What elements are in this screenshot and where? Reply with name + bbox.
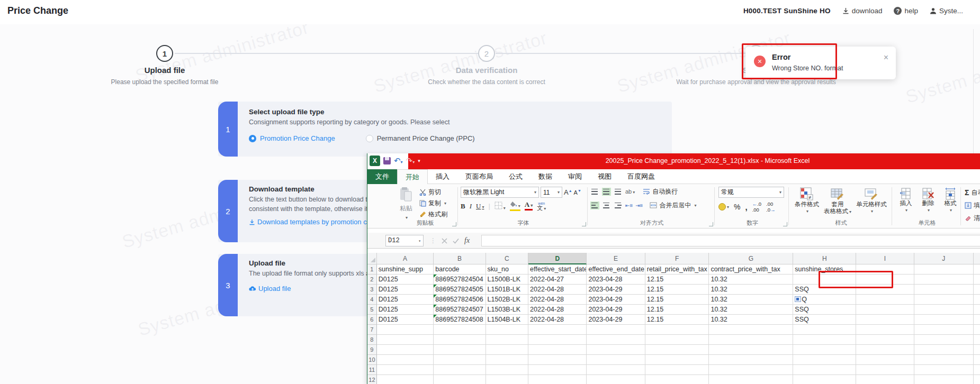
decrease-indent-button[interactable]: ⇤≡ <box>625 203 633 208</box>
cell-A6[interactable]: D0125 <box>377 315 434 325</box>
cell-A9[interactable] <box>377 345 434 355</box>
cell-J7[interactable] <box>914 325 974 335</box>
cell-G11[interactable] <box>709 365 793 375</box>
formula-input[interactable] <box>481 235 980 246</box>
cell-E1[interactable]: effective_end_date <box>587 264 645 275</box>
cell-K2[interactable] <box>974 275 980 285</box>
cell-H4[interactable]: Q <box>793 295 856 305</box>
align-right-button[interactable] <box>614 202 623 209</box>
cell-B12[interactable] <box>434 375 485 384</box>
cell-I5[interactable] <box>856 305 914 315</box>
cell-D10[interactable] <box>528 355 587 365</box>
cell-K1[interactable] <box>974 264 980 275</box>
row-header-6[interactable]: 6 <box>367 315 377 325</box>
row-header-5[interactable]: 5 <box>367 305 377 315</box>
merge-center-button[interactable]: 合并后居中▾ <box>650 200 696 211</box>
accounting-format-button[interactable]: ▾ <box>718 203 729 211</box>
cell-C12[interactable] <box>486 375 529 384</box>
cell-C8[interactable] <box>486 335 529 345</box>
cell-D3[interactable]: 2022-04-28 <box>528 285 587 295</box>
cell-I6[interactable] <box>856 315 914 325</box>
cell-K3[interactable] <box>974 285 980 295</box>
cell-H9[interactable] <box>793 345 856 355</box>
cell-C4[interactable]: L1502B-LK <box>486 295 529 305</box>
excel-tab-3[interactable]: 插入 <box>428 169 457 184</box>
download-button[interactable]: download <box>842 7 883 15</box>
cell-E8[interactable] <box>587 335 645 345</box>
cell-H5[interactable]: SSQ <box>793 305 856 315</box>
cell-H6[interactable]: SSQ <box>793 315 856 325</box>
cell-D12[interactable] <box>528 375 587 384</box>
align-top-button[interactable] <box>590 188 599 196</box>
copy-button[interactable]: 复制▾ <box>419 198 447 208</box>
borders-button[interactable]: ▾ <box>495 202 506 211</box>
cell-F4[interactable]: 12.15 <box>645 295 709 305</box>
cell-F6[interactable]: 12.15 <box>645 315 709 325</box>
excel-tab-9[interactable]: 百度网盘 <box>619 169 663 184</box>
cell-F8[interactable] <box>645 335 709 345</box>
cell-H7[interactable] <box>793 325 856 335</box>
font-size-select[interactable]: 11▾ <box>541 187 562 198</box>
cell-H12[interactable] <box>793 375 856 384</box>
cell-K8[interactable] <box>974 335 980 345</box>
format-painter-button[interactable]: 格式刷 <box>419 209 447 220</box>
confirm-entry-icon[interactable] <box>453 238 459 244</box>
cell-J3[interactable] <box>914 285 974 295</box>
cell-D6[interactable]: 2022-04-28 <box>528 315 587 325</box>
decrease-decimal-button[interactable]: .00.0→ <box>766 201 775 213</box>
qat-customize-icon[interactable]: ▾ <box>418 158 420 163</box>
cell-K12[interactable] <box>974 375 980 384</box>
cell-E6[interactable]: 2023-04-29 <box>587 315 645 325</box>
cell-B4[interactable]: 8869527824506 <box>434 295 485 305</box>
cell-E12[interactable] <box>587 375 645 384</box>
cell-G6[interactable]: 10.32 <box>709 315 793 325</box>
select-all-corner[interactable] <box>367 253 377 264</box>
align-middle-button[interactable] <box>602 188 611 196</box>
cell-J2[interactable] <box>914 275 974 285</box>
cell-F7[interactable] <box>645 325 709 335</box>
cell-K4[interactable] <box>974 295 980 305</box>
delete-cells-button[interactable]: 删除▾ <box>917 187 939 214</box>
fill-button[interactable]: 填充 <box>965 200 980 211</box>
cell-A12[interactable] <box>377 375 434 384</box>
cell-D4[interactable]: 2022-04-28 <box>528 295 587 305</box>
user-menu[interactable]: Syste... <box>930 7 963 15</box>
cell-E5[interactable]: 2023-04-29 <box>587 305 645 315</box>
cell-J8[interactable] <box>914 335 974 345</box>
cell-A3[interactable]: D0125 <box>377 285 434 295</box>
cell-I4[interactable] <box>856 295 914 305</box>
cell-K6[interactable] <box>974 315 980 325</box>
cell-D1[interactable]: effective_start_date <box>528 264 587 275</box>
row-header-7[interactable]: 7 <box>367 325 377 335</box>
cell-E2[interactable]: 2023-04-28 <box>587 275 645 285</box>
help-button[interactable]: ? help <box>894 7 918 15</box>
cell-C1[interactable]: sku_no <box>486 264 529 275</box>
column-header-J[interactable]: J <box>914 253 974 264</box>
row-header-10[interactable]: 10 <box>367 355 377 365</box>
cell-D7[interactable] <box>528 325 587 335</box>
cell-B7[interactable] <box>434 325 485 335</box>
row-header-3[interactable]: 3 <box>367 285 377 295</box>
italic-button[interactable]: I <box>470 202 472 211</box>
cell-J6[interactable] <box>914 315 974 325</box>
cell-C2[interactable]: L1500B-LK <box>486 275 529 285</box>
cell-B9[interactable] <box>434 345 485 355</box>
row-header-2[interactable]: 2 <box>367 275 377 285</box>
excel-tab-6[interactable]: 数据 <box>531 169 560 184</box>
cell-C5[interactable]: L1503B-LK <box>486 305 529 315</box>
cell-K10[interactable] <box>974 355 980 365</box>
column-header-G[interactable]: G <box>709 253 793 264</box>
cell-D5[interactable]: 2022-04-28 <box>528 305 587 315</box>
cell-F11[interactable] <box>645 365 709 375</box>
cell-G1[interactable]: contract_price_with_tax <box>709 264 793 275</box>
cut-button[interactable]: 剪切 <box>419 187 447 197</box>
column-header-D[interactable]: D <box>528 253 587 264</box>
cell-F3[interactable]: 12.15 <box>645 285 709 295</box>
cell-I12[interactable] <box>856 375 914 384</box>
column-header-C[interactable]: C <box>486 253 528 264</box>
excel-tab-1[interactable]: 文件 <box>367 169 397 184</box>
format-as-table-button[interactable]: 套用 表格格式▾ <box>822 187 853 215</box>
cell-J10[interactable] <box>914 355 974 365</box>
cell-J9[interactable] <box>914 345 974 355</box>
cell-K5[interactable] <box>974 305 980 315</box>
